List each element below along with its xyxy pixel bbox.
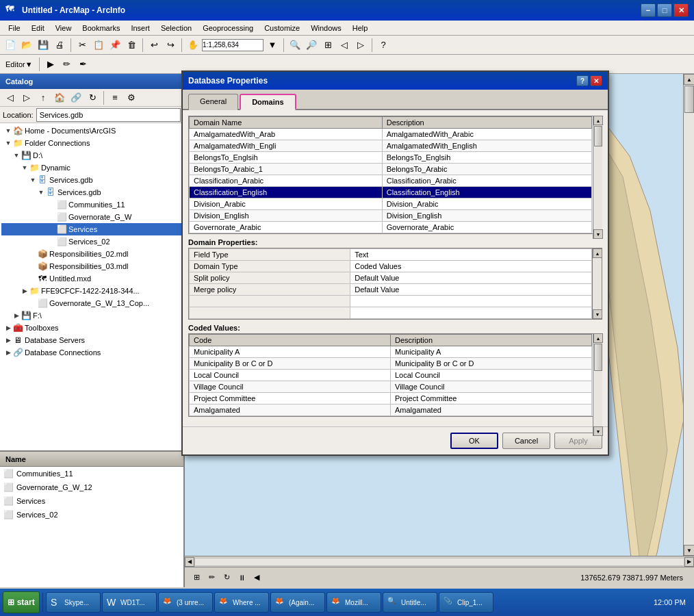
cv-row-4[interactable]: Project Committee Project Committee xyxy=(190,393,592,405)
prop-value-domain-type[interactable]: Coded Values xyxy=(350,261,592,272)
tree-item-services-gdb2[interactable]: ▼ 🗄 Services.gdb xyxy=(1,186,182,198)
tree-item-d[interactable]: ▼ 💾 D:\ xyxy=(1,149,182,162)
zoom-next-button[interactable]: ▷ xyxy=(353,38,368,53)
dialog-close-button[interactable]: ✕ xyxy=(590,75,602,86)
prop-value-field-type[interactable]: Text xyxy=(350,249,592,261)
expand-services-gdb2[interactable]: ▼ xyxy=(37,188,45,196)
dialog-help-button[interactable]: ? xyxy=(576,75,589,86)
tree-item-gov-copy[interactable]: ⬜ Governorate_G_W_13_Cop... xyxy=(1,297,182,309)
tab-general[interactable]: General xyxy=(188,94,238,110)
expand-resp03[interactable] xyxy=(29,262,37,270)
tree-item-governorate[interactable]: ⬜ Governorate_G_W xyxy=(1,211,182,223)
tree-item-f[interactable]: ▶ 💾 F:\ xyxy=(1,309,182,322)
help-button[interactable]: ? xyxy=(376,38,391,53)
save-button[interactable]: 💾 xyxy=(36,38,51,53)
status-layers-icon[interactable]: ⊞ xyxy=(190,572,203,584)
tree-item-home[interactable]: ▼ 🏠 Home - Documents\ArcGIS xyxy=(1,125,182,137)
name-item-services02[interactable]: ⬜ Services_02 xyxy=(0,508,183,522)
edit-vertices[interactable]: ✏ xyxy=(60,57,75,72)
zoom-prev-button[interactable]: ◁ xyxy=(337,38,352,53)
domain-row-1[interactable]: AmalgamatedWith_Engli AmalgamatedWith_En… xyxy=(190,140,592,152)
expand-toolboxes[interactable]: ▶ xyxy=(4,324,12,332)
tree-item-resp02[interactable]: 📦 Responsibilities_02.mdl xyxy=(1,248,182,260)
tab-domains[interactable]: Domains xyxy=(240,94,296,110)
domain-row-8[interactable]: Governorate_Arabic Governorate_Arabic xyxy=(190,222,592,233)
taskbar-wd1t[interactable]: W WD1T... xyxy=(102,592,157,613)
taskbar-untitle[interactable]: 🔍 Untitle... xyxy=(383,592,437,613)
menu-bookmarks[interactable]: Bookmarks xyxy=(77,23,125,34)
expand-services-gdb[interactable]: ▼ xyxy=(29,176,37,184)
cv-row-5[interactable]: Amalgamated Amalgamated xyxy=(190,405,592,416)
taskbar-skype[interactable]: S Skype... xyxy=(46,592,101,613)
tree-item-ffe9[interactable]: ▶ 📁 FFE9CFCF-1422-2418-344... xyxy=(1,285,182,297)
domain-row-7[interactable]: Division_English Division_English xyxy=(190,210,592,222)
cv-row-0[interactable]: Municipality A Municipality A xyxy=(190,346,592,358)
expand-resp02[interactable] xyxy=(29,250,37,258)
status-nav-icon[interactable]: ◀ xyxy=(250,572,263,584)
scroll-thumb-v[interactable] xyxy=(684,86,694,113)
menu-customize[interactable]: Customize xyxy=(259,23,305,34)
cv-row-3[interactable]: Village Council Village Council xyxy=(190,381,592,393)
tree-item-toolboxes[interactable]: ▶ 🧰 Toolboxes xyxy=(1,322,182,334)
tree-item-db-servers[interactable]: ▶ 🖥 Database Servers xyxy=(1,334,182,346)
catalog-view-toggle[interactable]: ≡ xyxy=(107,90,123,105)
domain-row-0[interactable]: AmalgamatedWith_Arab AmalgamatedWith_Ara… xyxy=(190,129,592,140)
paste-button[interactable]: 📌 xyxy=(107,38,123,53)
domain-scroll-down[interactable]: ▼ xyxy=(593,229,603,239)
cut-button[interactable]: ✂ xyxy=(75,38,90,53)
catalog-forward[interactable]: ▷ xyxy=(19,90,34,105)
menu-selection[interactable]: Selection xyxy=(155,23,197,34)
props-scroll-up[interactable]: ▲ xyxy=(593,248,602,258)
open-button[interactable]: 📂 xyxy=(19,38,34,53)
tree-item-db-connections[interactable]: ▶ 🔗 Database Connections xyxy=(1,346,182,359)
taskbar-again[interactable]: 🦊 (Again... xyxy=(270,592,325,613)
new-button[interactable]: 📄 xyxy=(3,38,18,53)
tree-item-services[interactable]: ⬜ Services xyxy=(1,223,182,235)
menu-windows[interactable]: Windows xyxy=(305,23,347,34)
scale-input[interactable]: 1:1,258,634 xyxy=(202,39,264,51)
menu-geoprocessing[interactable]: Geoprocessing xyxy=(197,23,259,34)
name-item-governorate[interactable]: ⬜ Governorate_G_W_12 xyxy=(0,480,183,494)
cv-scroll-up[interactable]: ▲ xyxy=(593,333,603,343)
props-scroll-down[interactable]: ▼ xyxy=(593,309,602,319)
ok-button[interactable]: OK xyxy=(450,433,498,449)
scroll-up-arrow[interactable]: ▲ xyxy=(684,74,694,85)
sketch-tool[interactable]: ✒ xyxy=(76,57,91,72)
catalog-options[interactable]: ⚙ xyxy=(124,90,139,105)
name-item-communities[interactable]: ⬜ Communities_11 xyxy=(0,467,183,480)
cv-scroll-down[interactable]: ▼ xyxy=(593,426,603,436)
cv-row-1[interactable]: Municipality B or C or D Municipality B … xyxy=(190,358,592,370)
menu-view[interactable]: View xyxy=(50,23,77,34)
zoom-full-button[interactable]: ⊞ xyxy=(320,38,335,53)
catalog-connect[interactable]: 🔗 xyxy=(68,90,83,105)
catalog-up[interactable]: ↑ xyxy=(36,90,51,105)
catalog-refresh[interactable]: ↻ xyxy=(85,90,100,105)
scroll-right-arrow[interactable]: ▶ xyxy=(684,557,694,567)
status-edit-icon[interactable]: ✏ xyxy=(205,572,218,584)
minimize-button[interactable]: − xyxy=(641,3,656,17)
name-item-services[interactable]: ⬜ Services xyxy=(0,494,183,508)
tree-item-resp03[interactable]: 📦 Responsibilities_03.mdl xyxy=(1,260,182,272)
undo-button[interactable]: ↩ xyxy=(146,38,162,53)
domain-row-4[interactable]: Classification_Arabic Classification_Ara… xyxy=(190,175,592,187)
expand-dynamic[interactable]: ▼ xyxy=(21,164,29,172)
location-value[interactable]: Services.gdb xyxy=(36,108,181,122)
expand-f[interactable]: ▶ xyxy=(12,311,21,320)
taskbar-mozilla[interactable]: 🦊 Mozill... xyxy=(326,592,381,613)
cancel-button[interactable]: Cancel xyxy=(502,433,550,449)
domain-row-6[interactable]: Division_Arabic Division_Arabic xyxy=(190,198,592,210)
status-pause-icon[interactable]: ⏸ xyxy=(235,572,248,584)
menu-insert[interactable]: Insert xyxy=(125,23,155,34)
tree-item-untitled[interactable]: 🗺 Untitled.mxd xyxy=(1,272,182,285)
expand-d[interactable]: ▼ xyxy=(12,151,21,159)
tree-item-folder-connections[interactable]: ▼ 📁 Folder Connections xyxy=(1,137,182,149)
expand-db-servers[interactable]: ▶ xyxy=(4,336,12,344)
menu-file[interactable]: File xyxy=(3,23,26,34)
tree-item-dynamic[interactable]: ▼ 📁 Dynamic xyxy=(1,162,182,174)
restore-button[interactable]: □ xyxy=(657,3,672,17)
prop-value-split[interactable]: Default Value xyxy=(350,272,592,284)
scroll-left-arrow[interactable]: ◀ xyxy=(185,557,194,567)
redo-button[interactable]: ↪ xyxy=(163,38,178,53)
cv-scroll-thumb[interactable] xyxy=(594,344,602,371)
pan-button[interactable]: ✋ xyxy=(185,38,201,53)
